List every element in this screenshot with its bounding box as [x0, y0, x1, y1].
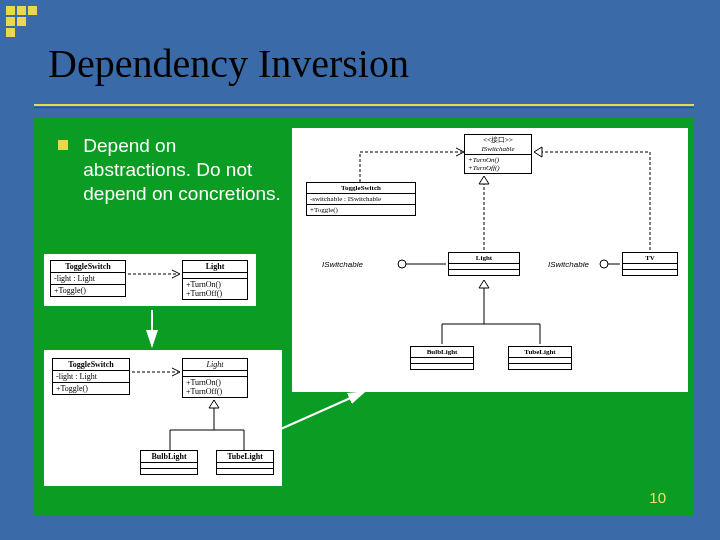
uml-op: +Toggle(): [307, 204, 415, 215]
uml-tubelight: TubeLight: [216, 450, 274, 475]
uml-note-label: ISwitchable: [322, 260, 363, 269]
svg-marker-10: [534, 147, 542, 157]
diagram-small-top: ToggleSwitch -light : Light +Toggle() Li…: [44, 254, 256, 306]
diagram-small-bottom: ToggleSwitch -light : Light +Toggle() Li…: [44, 350, 282, 486]
uml-iswitchable: <<接口>> ISwitchable +TurnOn() +TurnOff(): [464, 134, 532, 174]
uml-tv: TV: [622, 252, 678, 276]
uml-light: Light +TurnOn() +TurnOff(): [182, 358, 248, 398]
uml-toggleswitch: ToggleSwitch -light : Light +Toggle(): [50, 260, 126, 297]
svg-marker-16: [479, 280, 489, 288]
uml-class-name: TV: [623, 253, 677, 263]
uml-op: +TurnOn(): [468, 156, 528, 164]
uml-attr: -switchable : ISwitchable: [307, 193, 415, 204]
uml-class-name: TubeLight: [509, 347, 571, 357]
uml-toggleswitch: ToggleSwitch -light : Light +Toggle(): [52, 358, 130, 395]
uml-attr: -light : Light: [51, 272, 125, 284]
content-area: Depend on abstractions. Do not depend on…: [34, 118, 694, 516]
title-rule-shadow: [34, 107, 694, 108]
bullet-text: Depend on abstractions. Do not depend on…: [83, 134, 283, 205]
uml-tubelight: TubeLight: [508, 346, 572, 370]
page-title: Dependency Inversion: [48, 40, 409, 87]
uml-class-name: BulbLight: [141, 451, 197, 462]
title-rule: [34, 104, 694, 106]
uml-bulblight: BulbLight: [410, 346, 474, 370]
uml-class-name: ISwitchable: [465, 145, 531, 154]
uml-light: Light +TurnOn() +TurnOff(): [182, 260, 248, 300]
svg-point-11: [398, 260, 406, 268]
uml-class-name: TubeLight: [217, 451, 273, 462]
uml-class-name: Light: [449, 253, 519, 263]
svg-marker-3: [209, 400, 219, 408]
uml-class-name: ToggleSwitch: [53, 359, 129, 370]
uml-attr: -light : Light: [53, 370, 129, 382]
bullet-item: Depend on abstractions. Do not depend on…: [58, 134, 298, 205]
uml-op: +TurnOff(): [186, 387, 244, 396]
uml-class-name: Light: [183, 359, 247, 370]
uml-op: +Toggle(): [53, 382, 129, 394]
diagram-large: <<接口>> ISwitchable +TurnOn() +TurnOff() …: [292, 128, 688, 392]
uml-bulblight: BulbLight: [140, 450, 198, 475]
uml-toggleswitch: ToggleSwitch -switchable : ISwitchable +…: [306, 182, 416, 216]
uml-op: +TurnOff(): [186, 289, 244, 298]
uml-op: +TurnOff(): [468, 164, 528, 172]
uml-light: Light: [448, 252, 520, 276]
svg-line-22: [274, 392, 364, 432]
uml-op: +Toggle(): [51, 284, 125, 296]
uml-class-name: Light: [183, 261, 247, 272]
bullet-marker-icon: [58, 140, 68, 150]
svg-point-13: [600, 260, 608, 268]
uml-class-name: BulbLight: [411, 347, 473, 357]
uml-class-name: ToggleSwitch: [51, 261, 125, 272]
svg-marker-9: [479, 176, 489, 184]
uml-op: +TurnOn(): [186, 378, 244, 387]
uml-stereotype: <<接口>>: [465, 135, 531, 145]
uml-op: +TurnOn(): [186, 280, 244, 289]
page-number: 10: [649, 489, 666, 506]
uml-class-name: ToggleSwitch: [307, 183, 415, 193]
uml-note-label: ISwitchable: [548, 260, 589, 269]
